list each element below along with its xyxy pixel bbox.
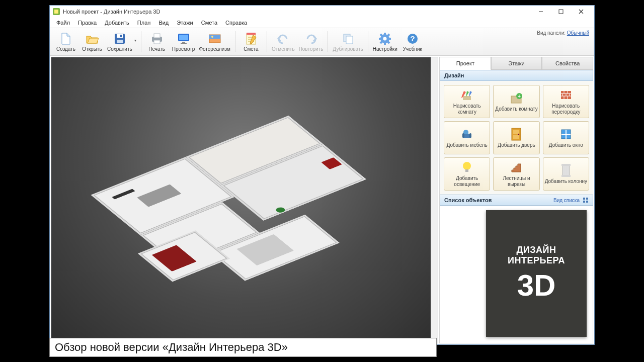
svg-rect-52: [462, 133, 464, 138]
undo-label: Отменить: [272, 46, 295, 52]
minimize-button[interactable]: [531, 6, 551, 17]
list-view-icon[interactable]: [583, 197, 589, 203]
folder-open-icon: [86, 32, 99, 45]
stairs-button[interactable]: Лестницы и вырезы: [493, 157, 539, 191]
settings-button[interactable]: Настройки: [371, 31, 399, 53]
toolbar: Создать Открыть Сохранить ▾ Печать Просм…: [50, 28, 594, 56]
redo-button[interactable]: Повторить: [297, 31, 326, 53]
svg-rect-56: [513, 135, 519, 139]
svg-rect-15: [182, 42, 185, 43]
help-icon: ?: [406, 32, 419, 45]
svg-text:?: ?: [410, 34, 415, 43]
undo-icon: [277, 32, 290, 45]
menu-add[interactable]: Добавить: [101, 19, 133, 27]
window-controls: [531, 6, 591, 17]
duplicate-label: Дублировать: [333, 46, 363, 52]
monitor-icon: [177, 32, 190, 45]
tab-project[interactable]: Проект: [440, 57, 491, 70]
add-room-label: Добавить комнату: [495, 106, 537, 112]
svg-rect-11: [154, 34, 160, 38]
print-button[interactable]: Печать: [144, 31, 170, 53]
design-grid: Нарисовать комнату + Добавить комнату На…: [440, 81, 593, 195]
panel-mode-link[interactable]: Обычный: [567, 30, 589, 36]
add-window-label: Добавить окно: [549, 142, 583, 148]
tutorial-button[interactable]: ? Учебник: [399, 31, 426, 53]
objects-header-label: Список объектов: [444, 197, 492, 203]
menu-floors[interactable]: Этажи: [173, 19, 196, 27]
viewport-scrollbar[interactable]: [431, 57, 438, 343]
objects-list[interactable]: ДИЗАЙН ИНТЕРЬЕРА 3D: [440, 206, 593, 343]
svg-rect-3: [559, 10, 563, 14]
maximize-button[interactable]: [551, 6, 571, 17]
menu-estimate[interactable]: Смета: [198, 19, 221, 27]
save-button[interactable]: Сохранить: [105, 31, 134, 53]
svg-rect-55: [513, 130, 519, 134]
add-room-button[interactable]: + Добавить комнату: [493, 85, 539, 118]
toolbar-sep-3: [267, 31, 267, 52]
panel-mode-label: Вид панели:: [537, 30, 566, 36]
notepad-icon: [245, 32, 258, 45]
new-file-icon: [59, 32, 72, 45]
photoreal-button[interactable]: Фотореализм: [197, 31, 232, 53]
toolbar-sep-4: [328, 31, 328, 52]
svg-rect-14: [179, 35, 188, 40]
menu-file[interactable]: Файл: [53, 19, 73, 27]
add-furniture-label: Добавить мебель: [447, 142, 488, 148]
preview-label: Просмотр: [172, 46, 195, 52]
menu-edit[interactable]: Правка: [74, 19, 100, 27]
svg-rect-26: [346, 36, 353, 44]
add-light-button[interactable]: Добавить освещение: [444, 157, 490, 191]
caption-text: Обзор новой версии «Дизайн Интерьера 3D»: [55, 341, 288, 354]
side-tabs: Проект Этажи Свойства: [440, 57, 593, 70]
close-button[interactable]: [571, 6, 591, 17]
duplicate-button[interactable]: Дублировать: [331, 31, 365, 53]
svg-rect-65: [561, 164, 571, 166]
draw-partition-button[interactable]: Нарисовать перегородку: [543, 85, 589, 118]
svg-rect-70: [583, 198, 585, 200]
column-icon: [559, 164, 573, 177]
svg-rect-7: [117, 34, 123, 38]
svg-rect-9: [120, 35, 122, 37]
add-furniture-button[interactable]: Добавить мебель: [444, 121, 490, 154]
panel-mode: Вид панели: Обычный: [537, 30, 589, 36]
svg-rect-8: [117, 40, 123, 43]
titlebar: Новый проект - Дизайн Интерьера 3D: [50, 6, 594, 18]
draw-room-button[interactable]: Нарисовать комнату: [444, 85, 490, 118]
undo-button[interactable]: Отменить: [270, 31, 297, 53]
open-label: Открыть: [82, 46, 102, 52]
draw-room-label: Нарисовать комнату: [445, 103, 489, 115]
preview-button[interactable]: Просмотр: [170, 31, 197, 53]
svg-rect-66: [561, 175, 571, 177]
save-dropdown-icon[interactable]: ▾: [134, 38, 138, 43]
add-column-button[interactable]: Добавить колонну: [543, 157, 589, 191]
objects-viewmode-link[interactable]: Вид списка: [553, 198, 580, 203]
draw-partition-label: Нарисовать перегородку: [544, 103, 588, 115]
door-icon: [510, 128, 523, 141]
open-button[interactable]: Открыть: [79, 31, 105, 53]
settings-label: Настройки: [373, 46, 397, 52]
svg-point-34: [383, 37, 387, 40]
window-title: Новый проект - Дизайн Интерьера 3D: [63, 9, 531, 15]
menu-plan[interactable]: План: [134, 19, 154, 27]
brick-wall-icon: [559, 88, 573, 102]
estimate-button[interactable]: Смета: [238, 31, 264, 53]
svg-rect-18: [209, 35, 220, 39]
add-window-button[interactable]: Добавить окно: [543, 121, 589, 154]
render-icon: [208, 32, 221, 45]
redo-label: Повторить: [299, 46, 324, 52]
promo-card: ДИЗАЙН ИНТЕРЬЕРА 3D: [486, 210, 587, 337]
menu-view[interactable]: Вид: [155, 19, 172, 27]
pencil-floor-icon: [460, 88, 473, 102]
create-button[interactable]: Создать: [53, 31, 79, 53]
promo-line3: 3D: [517, 268, 556, 303]
menu-help[interactable]: Справка: [222, 19, 251, 27]
svg-point-61: [463, 162, 471, 170]
add-door-button[interactable]: Добавить дверь: [493, 121, 539, 154]
tab-properties[interactable]: Свойства: [542, 57, 593, 70]
svg-point-19: [211, 36, 213, 38]
viewport-3d[interactable]: [51, 57, 438, 343]
tab-floors[interactable]: Этажи: [491, 57, 542, 70]
design-header-label: Дизайн: [444, 72, 464, 78]
toolbar-sep-1: [141, 31, 141, 52]
side-panel: Проект Этажи Свойства Дизайн Нарисовать …: [439, 57, 593, 343]
